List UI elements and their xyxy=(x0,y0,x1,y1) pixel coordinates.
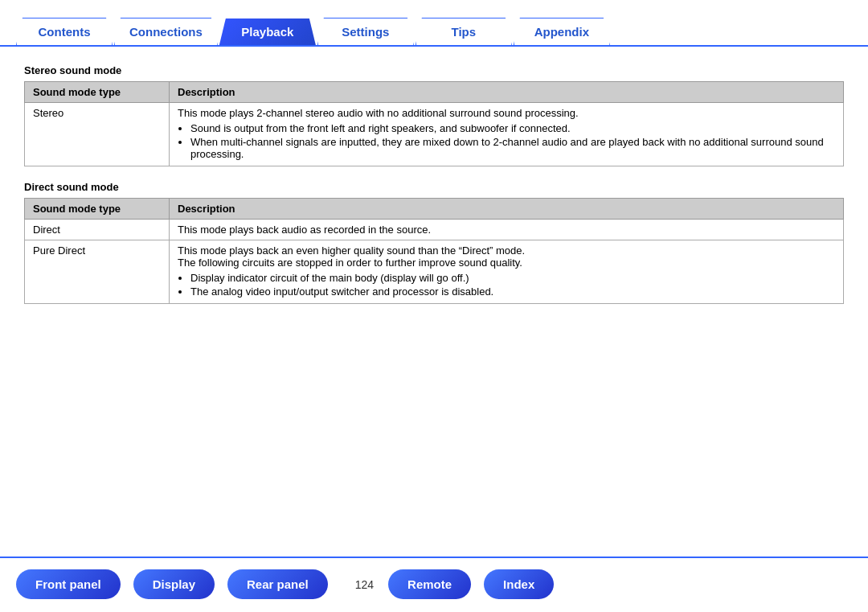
section-title-1: Direct sound mode xyxy=(24,181,844,193)
bottom-navigation: Front panelDisplayRear panel124RemoteInd… xyxy=(0,557,868,612)
nav-tab-connections[interactable]: Connections xyxy=(114,18,218,45)
sound-mode-description: This mode plays 2-channel stereo audio w… xyxy=(170,103,844,166)
main-content: Stereo sound modeSound mode typeDescript… xyxy=(0,47,868,399)
section-title-0: Stereo sound mode xyxy=(24,64,844,76)
bullet-item: Sound is output from the front left and … xyxy=(190,122,835,134)
table-row: DirectThis mode plays back audio as reco… xyxy=(25,220,844,240)
nav-tab-settings[interactable]: Settings xyxy=(317,18,414,45)
sound-mode-type: Direct xyxy=(25,220,170,240)
bottom-btn-remote[interactable]: Remote xyxy=(388,569,471,599)
sound-table-1: Sound mode typeDescriptionDirectThis mod… xyxy=(24,198,844,304)
page-number: 124 xyxy=(355,578,374,591)
bottom-btn-front-panel[interactable]: Front panel xyxy=(16,569,121,599)
nav-tab-tips[interactable]: Tips xyxy=(416,18,512,45)
bottom-btn-display[interactable]: Display xyxy=(133,569,215,599)
sound-mode-type: Stereo xyxy=(25,103,170,166)
bullet-item: When multi-channel signals are inputted,… xyxy=(190,136,835,160)
bullet-item: The analog video input/output switcher a… xyxy=(190,285,835,298)
table-row: Pure DirectThis mode plays back an even … xyxy=(25,240,844,304)
top-navigation: ContentsConnectionsPlaybackSettingsTipsA… xyxy=(0,8,868,47)
sound-mode-description: This mode plays back audio as recorded i… xyxy=(170,220,844,240)
table-header-1: Description xyxy=(170,82,844,103)
sound-mode-type: Pure Direct xyxy=(25,240,170,304)
nav-tab-playback[interactable]: Playback xyxy=(219,18,316,45)
bottom-btn-rear-panel[interactable]: Rear panel xyxy=(227,569,328,599)
bullet-item: Display indicator circuit of the main bo… xyxy=(190,272,835,284)
table-header-0: Sound mode type xyxy=(25,82,170,103)
table-row: StereoThis mode plays 2-channel stereo a… xyxy=(25,103,844,166)
bottom-btn-index[interactable]: Index xyxy=(484,569,554,599)
table-header-0: Sound mode type xyxy=(25,199,170,220)
nav-tab-contents[interactable]: Contents xyxy=(16,18,113,45)
sound-table-0: Sound mode typeDescriptionStereoThis mod… xyxy=(24,81,844,166)
table-header-1: Description xyxy=(170,199,844,220)
nav-tab-appendix[interactable]: Appendix xyxy=(514,18,610,45)
sound-mode-description: This mode plays back an even higher qual… xyxy=(170,240,844,304)
